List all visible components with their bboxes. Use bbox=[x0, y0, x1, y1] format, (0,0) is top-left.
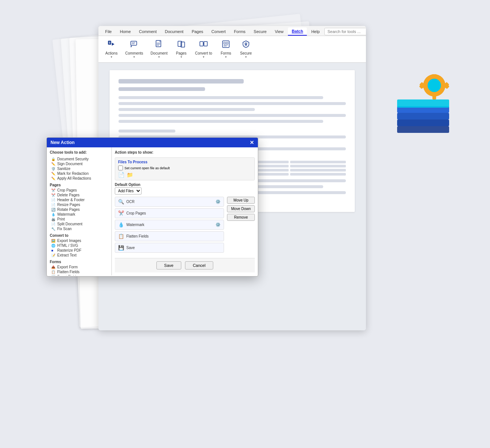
dialog-title: New Action bbox=[51, 140, 75, 145]
action-step-ocr[interactable]: 🔍 OCR ⚙️ bbox=[115, 197, 224, 207]
tab-view[interactable]: View bbox=[271, 28, 288, 35]
tool-convert-to[interactable]: Convert to ▾ bbox=[192, 38, 215, 60]
tool-document[interactable]: Document ▾ bbox=[147, 38, 171, 60]
tool-item-mark-redaction[interactable]: ✏️ Mark for Redaction bbox=[50, 171, 108, 176]
sanitize-icon: 🛡️ bbox=[51, 167, 56, 171]
dialog-footer: Save Cancel bbox=[115, 258, 255, 272]
actions-icon bbox=[107, 40, 116, 50]
tool-item-rotate-pages[interactable]: 🔄 Rotate Pages bbox=[50, 207, 108, 212]
actions-label: Actions bbox=[106, 51, 118, 55]
pages-chevron: ▾ bbox=[181, 55, 182, 59]
forms-icon bbox=[221, 40, 230, 50]
tab-secure[interactable]: Secure bbox=[250, 28, 270, 35]
pages-icon bbox=[177, 40, 186, 50]
tool-item-resize-pages[interactable]: 📄 Resize Pages bbox=[50, 202, 108, 207]
tab-pages[interactable]: Pages bbox=[188, 28, 207, 35]
crop-pages-icon: ✂️ bbox=[51, 189, 56, 192]
tool-item-fix-scan[interactable]: 🔧 Fix Scan bbox=[50, 226, 108, 231]
tab-file[interactable]: File bbox=[101, 28, 116, 35]
tool-item-split-document[interactable]: 📄 Split Document bbox=[50, 222, 108, 226]
action-step-save[interactable]: 💾 Save bbox=[115, 243, 224, 253]
svg-rect-30 bbox=[223, 41, 229, 48]
move-up-button[interactable]: Move Up bbox=[227, 197, 255, 204]
steps-panel-title: Action steps to show: bbox=[115, 150, 255, 154]
tool-item-extract-text[interactable]: 📝 Extract Text bbox=[50, 253, 108, 258]
extract-text-icon: 📝 bbox=[51, 254, 56, 257]
tool-comments[interactable]: Comments ▾ bbox=[122, 38, 146, 60]
svg-rect-8 bbox=[432, 94, 436, 99]
tool-item-print[interactable]: 🖨️ Print bbox=[50, 217, 108, 222]
export-images-icon: 🖼️ bbox=[51, 239, 56, 243]
default-option-label: Default Option bbox=[115, 183, 255, 187]
comments-chevron: ▾ bbox=[133, 55, 135, 59]
crop-pages-step-label: Crop Pages bbox=[126, 211, 221, 215]
convert-chevron: ▾ bbox=[203, 55, 204, 59]
tool-item-crop-pages[interactable]: ✂️ Crop Pages bbox=[50, 188, 108, 193]
tab-forms[interactable]: Forms bbox=[230, 28, 249, 35]
tool-secure[interactable]: Secure ▾ bbox=[237, 38, 255, 60]
forms-chevron: ▾ bbox=[225, 55, 227, 59]
batch-illustration bbox=[386, 74, 460, 156]
rasterize-pdf-icon: ■ bbox=[51, 249, 56, 252]
ribbon: File Home Comment Document Pages Convert… bbox=[98, 26, 366, 63]
tool-item-export-form[interactable]: 📤 Export Form bbox=[50, 265, 108, 269]
remove-button[interactable]: Remove bbox=[227, 214, 255, 221]
action-step-flatten-fields[interactable]: 📋 Flatten Fields bbox=[115, 231, 224, 241]
comments-icon bbox=[130, 40, 139, 50]
convert-label: Convert to bbox=[195, 51, 212, 55]
tool-pages[interactable]: Pages ▾ bbox=[172, 38, 191, 60]
tool-item-header-footer[interactable]: 📄 Header & Footer bbox=[50, 197, 108, 202]
category-pages: Pages bbox=[50, 183, 108, 187]
svg-rect-0 bbox=[397, 126, 449, 133]
tool-item-flatten-fields[interactable]: 📋 Flatten Fields bbox=[50, 269, 108, 274]
tool-item-apply-redactions[interactable]: ✏️ Apply All Redactions bbox=[50, 176, 108, 181]
tool-item-doc-security[interactable]: 🔒 Document Security bbox=[50, 157, 108, 161]
ocr-label: OCR bbox=[126, 200, 213, 204]
tab-batch[interactable]: Batch bbox=[288, 27, 307, 36]
svg-rect-29 bbox=[204, 42, 207, 46]
ribbon-search-input[interactable] bbox=[324, 28, 366, 35]
new-action-dialog: New Action ✕ Choose tools to add: 🔒 Docu… bbox=[46, 137, 258, 277]
tool-item-sign-doc[interactable]: ✏️ Sign Document bbox=[50, 161, 108, 166]
tool-item-watermark[interactable]: 💧 Watermark bbox=[50, 212, 108, 217]
pages-label: Pages bbox=[176, 51, 186, 55]
tool-item-delete-pages[interactable]: ✂️ Delete Pages bbox=[50, 193, 108, 197]
tab-convert[interactable]: Convert bbox=[208, 28, 230, 35]
tool-item-rasterize-pdf[interactable]: ■ Rasterize PDF bbox=[50, 248, 108, 253]
flatten-step-label: Flatten Fields bbox=[126, 234, 221, 238]
actions-chevron: ▾ bbox=[111, 55, 112, 59]
action-step-crop-pages[interactable]: ✂️ Crop Pages bbox=[115, 208, 224, 218]
document-icon bbox=[155, 40, 163, 50]
doc-security-icon: 🔒 bbox=[51, 157, 56, 161]
action-step-watermark[interactable]: 💧 Watermark ⚙️ bbox=[115, 220, 224, 230]
doc-line-5 bbox=[119, 120, 323, 123]
dialog-body: Choose tools to add: 🔒 Document Security… bbox=[47, 147, 258, 275]
convert-icon bbox=[199, 40, 208, 50]
tool-item-html-svg[interactable]: 🌐 HTML / SVG bbox=[50, 243, 108, 248]
tool-item-sanitize[interactable]: 🛡️ Sanitize bbox=[50, 166, 108, 171]
tab-document[interactable]: Document bbox=[161, 28, 187, 35]
header-footer-icon: 📄 bbox=[51, 198, 56, 202]
tab-home[interactable]: Home bbox=[116, 28, 134, 35]
tools-panel-title: Choose tools to add: bbox=[50, 150, 108, 154]
set-current-file-checkbox[interactable] bbox=[118, 166, 123, 170]
move-down-button[interactable]: Move Down bbox=[227, 205, 255, 212]
steps-side-buttons: Move Up Move Down Remove bbox=[227, 197, 255, 258]
flatten-step-icon: 📋 bbox=[118, 233, 124, 239]
steps-list: 🔍 OCR ⚙️ ✂️ Crop Pages 💧 Watermark ⚙️ bbox=[115, 197, 224, 258]
tool-item-export-images[interactable]: 🖼️ Export Images bbox=[50, 238, 108, 243]
tab-help[interactable]: Help bbox=[308, 28, 324, 35]
tab-comment[interactable]: Comment bbox=[135, 28, 160, 35]
dialog-close-button[interactable]: ✕ bbox=[250, 140, 254, 145]
dialog-cancel-button[interactable]: Cancel bbox=[185, 261, 213, 269]
tool-forms[interactable]: Forms ▾ bbox=[217, 38, 235, 60]
dialog-save-button[interactable]: Save bbox=[156, 261, 181, 269]
comments-label: Comments bbox=[125, 51, 143, 55]
resize-pages-icon: 📄 bbox=[51, 203, 56, 207]
files-to-process-title: Files To Process bbox=[118, 160, 252, 164]
secure-icon bbox=[241, 40, 250, 50]
tool-actions[interactable]: Actions ▾ bbox=[102, 38, 121, 60]
document-label: Document bbox=[150, 51, 168, 55]
default-option-select[interactable]: Add Files bbox=[115, 187, 142, 194]
tool-item-reset-fields[interactable]: 🔄 Reset Fields bbox=[50, 274, 108, 275]
